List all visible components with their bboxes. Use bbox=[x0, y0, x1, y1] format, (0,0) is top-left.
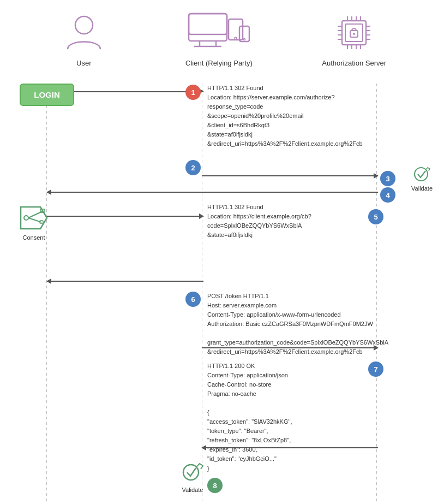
user-label: User bbox=[76, 59, 91, 67]
arrow-to-auth-line bbox=[202, 175, 378, 176]
step3-badge: 3 bbox=[380, 171, 395, 186]
arrow-login-to-step1 bbox=[74, 91, 203, 92]
arrow-consent-head bbox=[199, 214, 204, 219]
step6-arrow-row bbox=[11, 343, 438, 353]
arrow-consent-to-client bbox=[47, 216, 203, 217]
step2-badge: 2 bbox=[185, 160, 201, 175]
diagram-container: User Client (Relying Party) bbox=[0, 0, 438, 504]
validate-3-icon bbox=[412, 165, 432, 185]
svg-point-36 bbox=[183, 465, 199, 480]
step6-arrow-line bbox=[202, 347, 378, 348]
step1-row: LOGIN 1 HTTP/1.1 302 Found Location: htt… bbox=[11, 84, 438, 111]
user-icon bbox=[62, 11, 106, 55]
validate-8-area: Validate bbox=[180, 461, 205, 493]
svg-point-7 bbox=[235, 37, 237, 39]
client-icon bbox=[186, 11, 251, 55]
step5-text: HTTP/1.1 302 Found Location: https://cli… bbox=[207, 203, 360, 240]
step8-row: Validate 8 bbox=[11, 461, 438, 504]
step1-badge: 1 bbox=[185, 85, 201, 100]
step8-badge: 8 bbox=[207, 478, 223, 493]
step5-badge: 5 bbox=[368, 209, 383, 224]
step6-arrow-head bbox=[374, 345, 379, 351]
actor-client: Client (Relying Party) bbox=[181, 11, 257, 67]
consent-row: 4 bbox=[11, 187, 438, 198]
step5-arrow-head bbox=[46, 278, 51, 284]
client-label: Client (Relying Party) bbox=[185, 59, 253, 67]
step7-arrow-line bbox=[202, 447, 378, 448]
validate-8-label: Validate bbox=[182, 487, 203, 493]
svg-point-0 bbox=[75, 16, 93, 34]
step7-text: HTTP/1.1 200 OK Content-Type: applicatio… bbox=[207, 361, 360, 473]
svg-point-29 bbox=[353, 33, 355, 35]
consent-icon bbox=[16, 203, 51, 233]
actors-row: User Client (Relying Party) bbox=[5, 11, 433, 67]
validate-8-icon bbox=[180, 461, 205, 487]
step7-arrow-row bbox=[11, 443, 438, 453]
consent-label: Consent bbox=[23, 234, 45, 241]
step7-arrow-head bbox=[201, 445, 206, 450]
consent-area: Consent bbox=[16, 203, 51, 241]
step7-row: 7 HTTP/1.1 200 OK Content-Type: applicat… bbox=[11, 361, 438, 441]
svg-rect-2 bbox=[189, 14, 227, 34]
step6-row: 6 POST /token HTTP/1.1 Host: server.exam… bbox=[11, 292, 438, 341]
auth-server-icon bbox=[332, 11, 376, 55]
svg-rect-1 bbox=[189, 14, 227, 41]
step4-badge: 4 bbox=[380, 187, 395, 203]
flow-area: LOGIN 1 HTTP/1.1 302 Found Location: htt… bbox=[11, 84, 438, 504]
step7-badge: 7 bbox=[368, 361, 383, 377]
actor-user: User bbox=[46, 11, 122, 67]
arrow-from-auth-head bbox=[46, 189, 51, 195]
arrow-to-auth-row: 3 Validate bbox=[11, 171, 438, 182]
login-button[interactable]: LOGIN bbox=[20, 84, 74, 106]
consent-icon-row: Consent 5 HTTP/1.1 302 Found Location: h… bbox=[11, 203, 438, 246]
arrow-to-auth-head bbox=[374, 173, 379, 179]
arrow-from-auth-line bbox=[47, 192, 378, 193]
svg-point-31 bbox=[24, 216, 28, 220]
auth-server-label: Authorization Server bbox=[322, 59, 386, 67]
step1-http-text: HTTP/1.1 302 Found Location: https://ser… bbox=[207, 84, 365, 149]
step5-arrow-row bbox=[11, 276, 438, 286]
step5-arrow-line bbox=[47, 281, 203, 282]
actor-auth-server: Authorization Server bbox=[316, 11, 392, 67]
svg-point-9 bbox=[244, 39, 245, 40]
step6-badge: 6 bbox=[185, 292, 201, 307]
